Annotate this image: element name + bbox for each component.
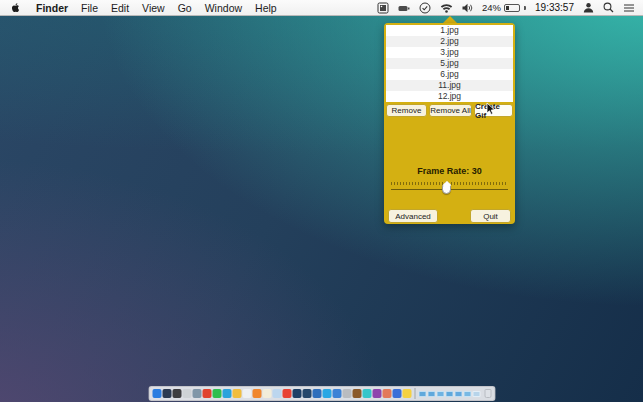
dock-icon-messages-green[interactable]: [212, 389, 221, 398]
dock-icon-itunes-purple[interactable]: [372, 389, 381, 398]
menu-bar-status: 24% 19:33:57: [377, 2, 643, 14]
mouse-cursor: [486, 102, 496, 116]
remove-all-button[interactable]: Remove All: [429, 104, 472, 117]
battery-icon: [504, 4, 520, 12]
dock-icon-safari[interactable]: [222, 389, 231, 398]
menu-item-file[interactable]: File: [81, 2, 98, 14]
file-row[interactable]: 6.jpg: [386, 69, 513, 80]
battery-status[interactable]: 24%: [482, 2, 526, 13]
gif-app-menu-extra-icon[interactable]: [377, 2, 389, 14]
user-icon[interactable]: [583, 2, 594, 14]
dock-icon-textedit[interactable]: [262, 389, 271, 398]
dock-icon-app-navy[interactable]: [302, 389, 311, 398]
frame-rate-slider-thumb[interactable]: [442, 183, 451, 194]
file-row[interactable]: 11.jpg: [386, 80, 513, 91]
menu-bar-clock[interactable]: 19:33:57: [535, 2, 574, 13]
remove-button[interactable]: Remove: [386, 104, 427, 117]
dock-minimized-window[interactable]: [463, 391, 471, 397]
dock-icon-media-red[interactable]: [202, 389, 211, 398]
menu-item-finder[interactable]: Finder: [36, 2, 68, 14]
file-row[interactable]: 3.jpg: [386, 47, 513, 58]
panel-bottom-buttons: Advanced Quit: [388, 209, 511, 223]
dock-icon-sketch-teal[interactable]: [362, 389, 371, 398]
quit-button[interactable]: Quit: [470, 209, 511, 223]
frame-file-list[interactable]: 1.jpg2.jpg3.jpg5.jpg6.jpg11.jpg12.jpg: [386, 25, 513, 102]
dock-icon-globe-dark[interactable]: [292, 389, 301, 398]
dock-minimized-window[interactable]: [445, 391, 453, 397]
menu-item-go[interactable]: Go: [178, 2, 192, 14]
checkmark-circle-icon[interactable]: [419, 2, 431, 14]
file-row[interactable]: 1.jpg: [386, 25, 513, 36]
dock-separator: [414, 388, 415, 399]
volume-icon[interactable]: [462, 2, 473, 14]
dock-icon-word-blue[interactable]: [312, 389, 321, 398]
dock-icon-mail[interactable]: [192, 389, 201, 398]
desktop-wallpaper: [0, 0, 643, 402]
dock-minimized-window[interactable]: [454, 391, 462, 397]
dock-icon-notes[interactable]: [242, 389, 251, 398]
dock-icon-photos-dark[interactable]: [162, 389, 171, 398]
dock-icon-skype[interactable]: [322, 389, 331, 398]
menu-item-view[interactable]: View: [142, 2, 165, 14]
dock-icon-chess-blue[interactable]: [392, 389, 401, 398]
dock-minimized-window[interactable]: [472, 391, 480, 397]
dock-icon-app-blue[interactable]: [332, 389, 341, 398]
dock-minimized-window[interactable]: [427, 391, 435, 397]
frame-rate-label: Frame Rate: 30: [384, 166, 515, 176]
apple-menu-icon[interactable]: [10, 2, 21, 14]
spotlight-search-icon[interactable]: [603, 2, 614, 14]
dock-icon-homebrew[interactable]: [352, 389, 361, 398]
battery-percent-label: 24%: [482, 2, 501, 13]
advanced-button[interactable]: Advanced: [388, 209, 438, 223]
menu-item-edit[interactable]: Edit: [111, 2, 129, 14]
gif-maker-panel: 1.jpg2.jpg3.jpg5.jpg6.jpg11.jpg12.jpg Re…: [384, 23, 515, 224]
dock-icon-help-question[interactable]: [402, 389, 411, 398]
dock-icon-browser-orange[interactable]: [252, 389, 261, 398]
dock-minimized-window[interactable]: [418, 391, 426, 397]
dock-icon-finder[interactable]: [152, 389, 161, 398]
device-battery-icon[interactable]: [398, 2, 410, 14]
menu-item-window[interactable]: Window: [205, 2, 242, 14]
dock-icon-chrome[interactable]: [282, 389, 291, 398]
dock-icon-image-viewer[interactable]: [182, 389, 191, 398]
dock-icon-app-lightblue[interactable]: [272, 389, 281, 398]
wifi-icon[interactable]: [440, 2, 453, 14]
menu-bar-left: Finder File Edit View Go Window Help: [0, 2, 277, 14]
file-row[interactable]: 12.jpg: [386, 91, 513, 102]
menu-bar: Finder File Edit View Go Window Help 24%…: [0, 0, 643, 16]
dock: [148, 386, 495, 401]
menu-item-help[interactable]: Help: [255, 2, 277, 14]
dock-icon-browser-multi[interactable]: [232, 389, 241, 398]
file-row[interactable]: 5.jpg: [386, 58, 513, 69]
trash-icon[interactable]: [484, 389, 491, 398]
file-row[interactable]: 2.jpg: [386, 36, 513, 47]
dock-icon-camera[interactable]: [172, 389, 181, 398]
dock-icon-document-gray[interactable]: [342, 389, 351, 398]
notification-center-icon[interactable]: [623, 2, 635, 14]
dock-icon-folder-orange[interactable]: [382, 389, 391, 398]
dock-minimized-window[interactable]: [436, 391, 444, 397]
